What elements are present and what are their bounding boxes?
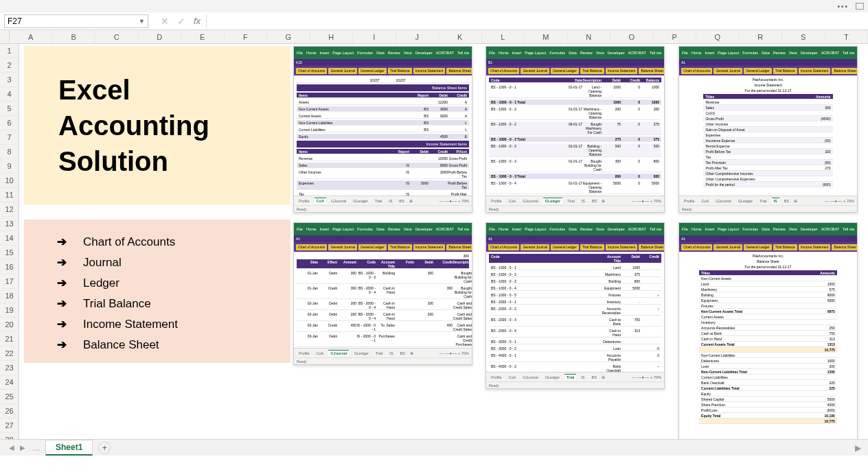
ribbon-tab[interactable]: Insert bbox=[512, 227, 522, 231]
column-header[interactable]: Q bbox=[696, 30, 740, 43]
sheet-tab[interactable]: Trial bbox=[374, 351, 385, 356]
sheet-tab[interactable]: GJournal bbox=[713, 198, 733, 204]
ribbon-tab[interactable]: ACROBAT bbox=[628, 227, 646, 231]
column-header[interactable]: P bbox=[654, 30, 697, 43]
row-header[interactable]: 20 bbox=[0, 318, 19, 332]
column-header[interactable]: L bbox=[482, 30, 525, 43]
nav-button[interactable]: Balance Sheet bbox=[639, 68, 665, 74]
column-header[interactable]: J bbox=[396, 30, 439, 43]
nav-button[interactable]: Income Statement bbox=[606, 244, 638, 250]
ribbon-tab[interactable]: Formulas bbox=[357, 227, 373, 231]
column-header[interactable]: H bbox=[310, 30, 354, 43]
ribbon-tab[interactable]: Developer bbox=[801, 51, 818, 55]
column-header[interactable]: S bbox=[782, 30, 825, 43]
sheet-tab[interactable]: Profile bbox=[682, 198, 697, 204]
ribbon-tab[interactable]: Insert bbox=[705, 51, 715, 55]
add-tab[interactable]: ⊕ bbox=[410, 351, 413, 355]
ribbon-tab[interactable]: Review bbox=[388, 227, 400, 231]
column-header[interactable]: T bbox=[825, 30, 869, 43]
nav-button[interactable]: Trial Balance bbox=[773, 68, 797, 74]
column-header[interactable]: R bbox=[740, 30, 783, 43]
ribbon-tab[interactable]: View bbox=[404, 227, 412, 231]
ribbon-tab[interactable]: Data bbox=[376, 227, 385, 231]
ribbon-tab[interactable]: Home bbox=[692, 51, 702, 55]
sheet-tab[interactable]: GJournal bbox=[521, 375, 540, 380]
sheet-nav-more[interactable]: … bbox=[28, 443, 45, 453]
row-header[interactable]: 24 bbox=[0, 375, 19, 390]
add-tab[interactable]: ⊕ bbox=[409, 199, 413, 203]
sheet-tab[interactable]: Profile bbox=[297, 198, 312, 204]
sheet-tab[interactable]: GLedger bbox=[543, 198, 563, 204]
ribbon-tab[interactable]: Review bbox=[580, 51, 593, 55]
row-header[interactable]: 14 bbox=[0, 231, 19, 246]
sheet-tab[interactable]: GLedger bbox=[351, 198, 369, 204]
row-header[interactable]: 22 bbox=[0, 346, 19, 361]
ribbon-tab[interactable]: Tell me bbox=[843, 51, 854, 55]
sheet-tab[interactable]: CoA bbox=[315, 351, 326, 356]
nav-button[interactable]: Balance Sheet bbox=[639, 244, 665, 250]
ribbon-tab[interactable]: Formulas bbox=[549, 51, 565, 55]
sheet-tab[interactable]: IS bbox=[387, 198, 394, 204]
row-header[interactable]: 12 bbox=[0, 202, 19, 217]
sheet-tab[interactable]: IS bbox=[580, 198, 587, 204]
column-header[interactable]: K bbox=[439, 30, 482, 43]
select-all-cell[interactable] bbox=[0, 30, 10, 43]
column-header[interactable]: E bbox=[181, 30, 225, 43]
sheet-tab[interactable]: GLedger bbox=[736, 198, 755, 204]
row-header[interactable]: 10 bbox=[0, 174, 19, 188]
row-header[interactable]: 5 bbox=[0, 102, 19, 116]
ribbon-tab[interactable]: Page Layout bbox=[718, 51, 739, 55]
tab-scroll-right-icon[interactable]: ▶ bbox=[855, 443, 861, 453]
sheet-tab[interactable]: IS bbox=[579, 375, 586, 380]
column-header[interactable]: D bbox=[139, 30, 182, 43]
ribbon-tab[interactable]: Insert bbox=[320, 51, 330, 55]
nav-button[interactable]: Income Statement bbox=[799, 244, 831, 250]
ribbon-tab[interactable]: Data bbox=[762, 227, 770, 231]
column-header[interactable]: F bbox=[225, 30, 268, 43]
ribbon-tab[interactable]: Formulas bbox=[742, 51, 758, 55]
nav-button[interactable]: Balance Sheet bbox=[832, 244, 858, 250]
ribbon-tab[interactable]: Page Layout bbox=[332, 51, 354, 55]
ribbon-tab[interactable]: Home bbox=[306, 227, 317, 231]
ribbon-tab[interactable]: Insert bbox=[512, 51, 522, 55]
ribbon-tab[interactable]: Tell me bbox=[650, 51, 661, 55]
sheet-tab[interactable]: Trial bbox=[757, 198, 769, 204]
nav-button[interactable]: Balance Sheet bbox=[446, 68, 472, 74]
ribbon-tab[interactable]: Data bbox=[762, 51, 770, 55]
row-header[interactable]: 13 bbox=[0, 217, 19, 231]
add-tab[interactable]: ⊕ bbox=[602, 375, 605, 379]
nav-button[interactable]: Chart of Accounts bbox=[296, 244, 327, 250]
nav-button[interactable]: General Journal bbox=[521, 68, 549, 74]
nav-button[interactable]: Income Statement bbox=[799, 68, 831, 74]
add-sheet-button[interactable]: + bbox=[98, 442, 111, 454]
row-header[interactable]: 17 bbox=[0, 274, 19, 289]
sheet-tab[interactable]: GLedger bbox=[352, 351, 370, 356]
column-header[interactable]: C bbox=[95, 30, 139, 43]
row-header[interactable]: 23 bbox=[0, 361, 19, 375]
ribbon-tab[interactable]: Formulas bbox=[549, 227, 565, 231]
sheet-tab[interactable]: CoA bbox=[700, 198, 711, 204]
row-header[interactable]: 9 bbox=[0, 159, 19, 174]
zoom-controls[interactable]: — ──●── + 70% bbox=[632, 375, 661, 379]
add-tab[interactable]: ⊕ bbox=[794, 199, 797, 203]
row-header[interactable]: 15 bbox=[0, 246, 19, 260]
ribbon-tab[interactable]: Formulas bbox=[357, 51, 373, 55]
row-header[interactable]: 3 bbox=[0, 73, 19, 87]
zoom-controls[interactable]: — ──●── + 70% bbox=[439, 351, 469, 355]
nav-button[interactable]: Income Statement bbox=[606, 68, 638, 74]
zoom-controls[interactable]: — ──●── + 70% bbox=[439, 199, 469, 203]
ribbon-tab[interactable]: ACROBAT bbox=[436, 51, 454, 55]
name-box-dropdown-icon[interactable]: ▼ bbox=[139, 18, 145, 25]
add-tab[interactable]: ⊕ bbox=[602, 199, 605, 203]
nav-button[interactable]: Chart of Accounts bbox=[296, 68, 327, 74]
nav-button[interactable]: General Journal bbox=[713, 68, 742, 74]
column-header[interactable]: M bbox=[525, 30, 568, 43]
ribbon-tab[interactable]: ACROBAT bbox=[821, 51, 839, 55]
sheet-tab[interactable]: IS bbox=[387, 351, 395, 356]
sheet-tab[interactable]: IS bbox=[772, 198, 779, 204]
nav-button[interactable]: General Ledger bbox=[551, 244, 579, 250]
ribbon-tab[interactable]: Developer bbox=[608, 51, 625, 55]
sheet-tab[interactable]: CoA bbox=[315, 198, 326, 204]
ribbon-tab[interactable]: Page Layout bbox=[718, 227, 739, 231]
sheet-tab[interactable]: CoA bbox=[507, 198, 518, 204]
